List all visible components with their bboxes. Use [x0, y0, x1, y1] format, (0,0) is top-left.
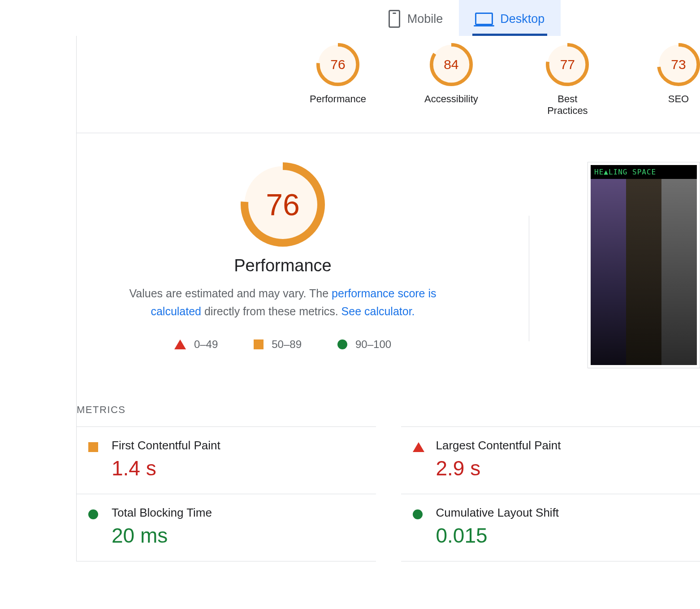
tab-desktop[interactable]: Desktop — [459, 0, 561, 36]
square-icon — [88, 442, 98, 452]
gauge-performance-score: 76 — [316, 43, 359, 86]
hero-title: Performance — [95, 256, 471, 275]
legend-avg: 50–89 — [254, 338, 302, 351]
performance-hero: 76 Performance Values are estimated and … — [77, 133, 700, 368]
circle-icon — [413, 509, 423, 519]
metrics-heading: METRICS — [77, 404, 700, 426]
report: 76 Performance 84 Accessibility 77 — [76, 36, 700, 561]
device-tabs: Mobile Desktop — [233, 0, 700, 36]
screenshot-thumbnail[interactable]: HE▲LING SPACE — [588, 162, 700, 368]
hero-desc-text1: Values are estimated and may vary. The — [129, 287, 332, 300]
desktop-icon — [475, 13, 493, 25]
metric-tbt-name: Total Blocking Time — [112, 506, 376, 520]
legend-pass-text: 90–100 — [355, 338, 391, 351]
tab-desktop-label: Desktop — [500, 12, 544, 26]
hero-desc-text2: directly from these metrics. — [201, 305, 341, 318]
triangle-icon — [413, 442, 424, 452]
hero-description: Values are estimated and may vary. The p… — [104, 284, 462, 320]
tab-mobile-label: Mobile — [407, 12, 443, 26]
metric-cls-name: Cumulative Layout Shift — [436, 506, 700, 520]
vertical-divider — [529, 216, 529, 341]
legend-fail: 0–49 — [174, 338, 218, 351]
legend-pass: 90–100 — [337, 338, 391, 351]
legend-fail-text: 0–49 — [194, 338, 218, 351]
metric-tbt-value: 20 ms — [112, 523, 376, 548]
triangle-icon — [174, 339, 186, 349]
metric-fcp-value: 1.4 s — [112, 456, 376, 480]
gauge-bestpractices[interactable]: 77 Best Practices — [536, 43, 599, 117]
big-gauge: 76 — [240, 162, 325, 247]
circle-icon — [337, 339, 347, 349]
tab-mobile[interactable]: Mobile — [372, 0, 459, 36]
metric-lcp[interactable]: Largest Contentful Paint 2.9 s — [401, 426, 700, 494]
gauge-bestpractices-score: 77 — [546, 43, 589, 86]
metric-tbt[interactable]: Total Blocking Time 20 ms — [77, 494, 376, 561]
gauge-bestpractices-label: Best Practices — [536, 93, 599, 117]
circle-icon — [88, 509, 98, 519]
metric-lcp-value: 2.9 s — [436, 456, 700, 480]
gauge-performance-label: Performance — [310, 93, 366, 105]
category-gauges: 76 Performance 84 Accessibility 77 — [77, 40, 700, 133]
mobile-icon — [389, 10, 400, 28]
gauge-accessibility[interactable]: 84 Accessibility — [424, 43, 478, 117]
metric-lcp-name: Largest Contentful Paint — [436, 439, 700, 452]
gauge-performance[interactable]: 76 Performance — [310, 43, 366, 117]
metric-fcp-name: First Contentful Paint — [112, 439, 376, 452]
square-icon — [254, 339, 264, 349]
gauge-accessibility-label: Accessibility — [424, 93, 478, 105]
metrics-section: METRICS First Contentful Paint 1.4 s Tot… — [77, 368, 700, 561]
gauge-seo-score: 73 — [657, 43, 700, 86]
thumbnail-banner: HE▲LING SPACE — [591, 165, 697, 179]
gauge-seo[interactable]: 73 SEO — [657, 43, 700, 117]
metric-cls-value: 0.015 — [436, 523, 700, 548]
gauge-seo-label: SEO — [657, 93, 700, 105]
legend-avg-text: 50–89 — [272, 338, 302, 351]
metric-fcp[interactable]: First Contentful Paint 1.4 s — [77, 426, 376, 494]
metric-cls[interactable]: Cumulative Layout Shift 0.015 — [401, 494, 700, 561]
link-see-calculator[interactable]: See calculator. — [341, 305, 415, 318]
gauge-accessibility-score: 84 — [430, 43, 473, 86]
score-legend: 0–49 50–89 90–100 — [95, 338, 471, 351]
hero-score: 76 — [240, 162, 325, 247]
